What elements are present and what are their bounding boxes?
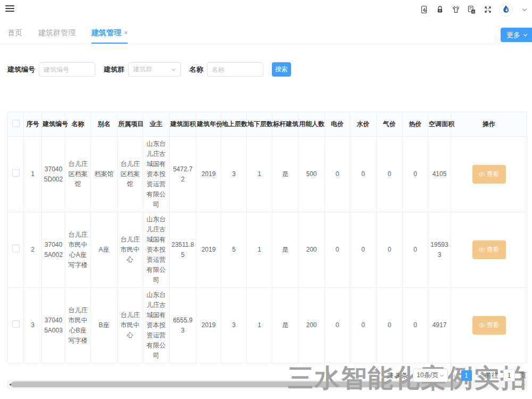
name-label: 名称 <box>189 65 203 74</box>
header-heat-price: 热价 <box>403 112 428 137</box>
header-name: 名称 <box>65 112 91 137</box>
group-label: 建筑群 <box>104 65 124 74</box>
cell-project: 台儿庄市民中心 <box>118 212 143 288</box>
view-button[interactable]: 查看 <box>472 240 506 259</box>
cell-elec-price: 0 <box>325 288 350 363</box>
tab-close-icon[interactable]: × <box>124 29 128 37</box>
cell-heat-price: 0 <box>403 288 428 363</box>
cell-name: 台儿庄市民中心A座写字楼 <box>65 212 91 288</box>
theme-icon[interactable] <box>451 5 460 14</box>
row-checkbox[interactable] <box>12 245 20 252</box>
search-form: 建筑编号 建筑群 建筑群 名称 搜索 <box>7 62 291 77</box>
tab-building-management[interactable]: 建筑管理× <box>92 28 128 44</box>
cell-alias: 档案馆 <box>91 137 118 212</box>
building-table: 序号 建筑编号 名称 别名 所属项目 业主 建筑面积 建筑年份 地上层数 地下层… <box>7 112 527 388</box>
more-button[interactable]: 更多 <box>501 28 532 42</box>
table-row: 2 370405A002 台儿庄市民中心A座写字楼 A座 台儿庄市民中心 山东台… <box>8 212 527 288</box>
header-floors-below: 地下层数 <box>247 112 272 137</box>
cell-floors-below: 1 <box>247 137 272 212</box>
cell-owner: 山东台儿庄古城国有资本投资运营有限公司 <box>143 212 170 288</box>
tabbar: 首页 建筑群管理 建筑管理× 更多 <box>0 26 532 44</box>
cell-elec-price: 0 <box>325 137 350 212</box>
header-code: 建筑编号 <box>42 112 65 137</box>
cell-code: 370405A002 <box>42 212 65 288</box>
cell-gas-price: 0 <box>377 288 403 363</box>
group-select[interactable]: 建筑群 <box>128 62 181 77</box>
goto-label: 前往 <box>485 371 498 380</box>
view-button[interactable]: 查看 <box>472 316 506 335</box>
fullscreen-icon[interactable] <box>483 5 492 14</box>
header-index: 序号 <box>24 112 42 137</box>
cell-floors-below: 1 <box>247 288 272 363</box>
cell-ac-area: 195933 <box>428 212 451 288</box>
cell-ac-area: 4917 <box>428 288 451 363</box>
cell-water-price: 0 <box>350 288 377 363</box>
cell-project: 台儿庄区档案馆 <box>118 137 143 212</box>
page-unit-label: 页 <box>520 371 527 380</box>
scrollbar-thumb[interactable] <box>11 381 461 387</box>
table-row: 3 370405A003 台儿庄市民中心B座写字楼 B座 台儿庄市民中心 山东台… <box>8 288 527 363</box>
cell-year: 2019 <box>196 212 221 288</box>
cell-owner: 山东台儿庄古城国有资本投资运营有限公司 <box>143 137 170 212</box>
cell-index: 1 <box>24 137 42 212</box>
header-benchmark: 标杆建筑 <box>272 112 298 137</box>
cell-benchmark: 是 <box>272 288 298 363</box>
page-number-button[interactable]: 1 <box>461 370 472 381</box>
tab-building-group[interactable]: 建筑群管理 <box>38 28 76 44</box>
cell-benchmark: 是 <box>272 137 298 212</box>
header-water-price: 水价 <box>350 112 377 137</box>
header-year: 建筑年份 <box>196 112 221 137</box>
cell-floors-above: 3 <box>221 137 247 212</box>
header-row: 序号 建筑编号 名称 别名 所属项目 业主 建筑面积 建筑年份 地上层数 地下层… <box>8 112 527 137</box>
cell-gas-price: 0 <box>377 212 403 288</box>
cell-heat-price: 0 <box>403 212 428 288</box>
lock-icon[interactable] <box>435 5 444 14</box>
code-input[interactable] <box>39 62 95 77</box>
cell-year: 2019 <box>196 137 221 212</box>
header-owner: 业主 <box>143 112 170 137</box>
topbar: A <box>0 0 532 19</box>
cell-area: 5472.72 <box>170 137 196 212</box>
cell-occupants: 200 <box>298 212 325 288</box>
next-page-icon[interactable]: › <box>477 371 480 379</box>
cell-name: 台儿庄区档案馆 <box>65 137 91 212</box>
header-area: 建筑面积 <box>170 112 196 137</box>
topbar-actions: A <box>419 3 529 16</box>
cell-alias: B座 <box>91 288 118 363</box>
cell-elec-price: 0 <box>325 212 350 288</box>
avatar[interactable] <box>499 3 513 16</box>
header-project: 所属项目 <box>118 112 143 137</box>
total-count: 共 3 条 <box>387 371 408 380</box>
cell-year: 2019 <box>196 288 221 363</box>
page-size-select[interactable]: 10条/页 <box>413 369 448 382</box>
language-icon[interactable]: A <box>467 5 476 14</box>
cell-owner: 山东台儿庄古城国有资本投资运营有限公司 <box>143 288 170 363</box>
menu-toggle-icon[interactable] <box>5 5 14 13</box>
cell-index: 3 <box>24 288 42 363</box>
cell-area: 23511.85 <box>170 212 196 288</box>
eye-icon <box>479 172 485 177</box>
view-button[interactable]: 查看 <box>472 165 506 184</box>
cell-alias: A座 <box>91 212 118 288</box>
scroll-right-arrow-icon[interactable]: ▶ <box>522 382 525 387</box>
row-checkbox[interactable] <box>12 169 20 177</box>
cell-index: 2 <box>24 212 42 288</box>
cell-action: 查看 <box>451 288 527 363</box>
header-action: 操作 <box>451 112 527 137</box>
cell-floors-below: 1 <box>247 212 272 288</box>
tab-home[interactable]: 首页 <box>7 28 22 44</box>
header-gas-price: 气价 <box>377 112 403 137</box>
prev-page-icon[interactable]: ‹ <box>453 371 456 379</box>
goto-page-input[interactable] <box>503 369 515 381</box>
cell-gas-price: 0 <box>377 137 403 212</box>
chevron-down-icon <box>523 34 528 37</box>
user-menu-chevron-icon[interactable] <box>520 5 529 14</box>
eye-icon <box>479 323 485 328</box>
row-checkbox[interactable] <box>12 320 20 328</box>
select-all-checkbox[interactable] <box>12 120 20 127</box>
search-button[interactable]: 搜索 <box>272 62 291 77</box>
log-icon[interactable] <box>419 5 428 14</box>
cell-action: 查看 <box>451 212 527 288</box>
name-input[interactable] <box>207 62 263 77</box>
header-ac-area: 空调面积 <box>428 112 451 137</box>
